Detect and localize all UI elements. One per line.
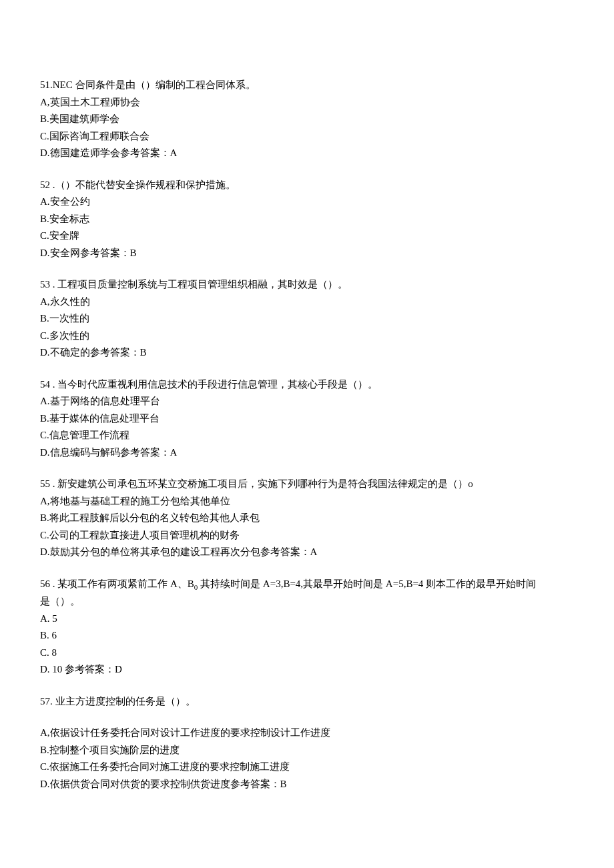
question-stem: 57. 业主方进度控制的任务是（）。 (40, 693, 574, 711)
option-a: A,将地基与基础工程的施工分包给其他单位 (40, 493, 574, 510)
option-b: B.一次性的 (40, 310, 574, 328)
question-53: 53 . 工程项目质量控制系统与工程项目管理组织相融，其时效是（）。 A,永久性… (40, 276, 574, 362)
option-b: B.安全标志 (40, 211, 574, 228)
option-b: B. 6 (40, 627, 574, 644)
option-d: D.德国建造师学会参考答案：A (40, 145, 574, 162)
option-a: A,永久性的 (40, 294, 574, 311)
question-stem: 53 . 工程项目质量控制系统与工程项目管理组织相融，其时效是（）。 (40, 276, 574, 294)
option-d: D.信息编码与解码参考答案：A (40, 444, 574, 462)
stem-post: 其持续时间是 A=3,B=4,其最早开始时间是 A=5,B=4 则本工作的最早开… (198, 578, 536, 589)
option-c: C.依据施工任务委托合同对施工进度的要求控制施工进度 (40, 759, 574, 776)
stem-pre: 56 . 某项工作有两项紧前工作 A、B (40, 578, 194, 589)
option-c: C. 8 (40, 644, 574, 662)
option-a: A,依据设计任务委托合同对设计工作进度的要求控制设计工作进度 (40, 725, 574, 742)
question-stem-line2: 是（）。 (40, 593, 574, 610)
option-b: B.基于媒体的信息处理平台 (40, 410, 574, 428)
option-c: C.信息管理工作流程 (40, 427, 574, 444)
question-stem: 55 . 新安建筑公司承包五环某立交桥施工项目后，实施下列哪种行为是符合我国法律… (40, 476, 574, 493)
question-stem: 56 . 某项工作有两项紧前工作 A、B0 其持续时间是 A=3,B=4,其最早… (40, 576, 574, 594)
question-57: 57. 业主方进度控制的任务是（）。 A,依据设计任务委托合同对设计工作进度的要… (40, 693, 574, 793)
option-a: A,英国土木工程师协会 (40, 94, 574, 111)
question-54: 54 . 当今时代应重视利用信息技术的手段进行信息管理，其核心手段是（）。 A.… (40, 376, 574, 462)
question-52: 52 .（）不能代替安全操作规程和保护措施。 A.安全公约 B.安全标志 C.安… (40, 177, 574, 262)
question-51: 51.NEC 合同条件是由（）编制的工程合同体系。 A,英国土木工程师协会 B.… (40, 77, 574, 162)
option-d: D. 10 参考答案：D (40, 661, 574, 679)
option-c: C.公司的工程款直接进人项目管理机构的财务 (40, 527, 574, 544)
option-c: C.多次性的 (40, 328, 574, 345)
option-b: B.控制整个项目实施阶层的进度 (40, 742, 574, 759)
question-stem: 54 . 当今时代应重视利用信息技术的手段进行信息管理，其核心手段是（）。 (40, 376, 574, 394)
question-56: 56 . 某项工作有两项紧前工作 A、B0 其持续时间是 A=3,B=4,其最早… (40, 576, 574, 679)
option-d: D.依据供货合同对供货的要求控制供货进度参考答案：B (40, 776, 574, 793)
option-d: D.鼓励其分包的单位将其承包的建设工程再次分包参考答案：A (40, 544, 574, 561)
option-b: B.美国建筑师学会 (40, 111, 574, 128)
option-a: A.基于网络的信息处理平台 (40, 393, 574, 410)
question-stem: 51.NEC 合同条件是由（）编制的工程合同体系。 (40, 77, 574, 94)
question-stem: 52 .（）不能代替安全操作规程和保护措施。 (40, 177, 574, 194)
option-a: A. 5 (40, 610, 574, 628)
option-d: D.不确定的参考答案：B (40, 344, 574, 362)
option-a: A.安全公约 (40, 193, 574, 211)
option-d: D.安全网参考答案：B (40, 245, 574, 262)
option-c: C.国际咨询工程师联合会 (40, 128, 574, 145)
option-b: B.将此工程肢解后以分包的名义转包给其他人承包 (40, 510, 574, 527)
question-55: 55 . 新安建筑公司承包五环某立交桥施工项目后，实施下列哪种行为是符合我国法律… (40, 476, 574, 561)
option-c: C.安全牌 (40, 228, 574, 245)
